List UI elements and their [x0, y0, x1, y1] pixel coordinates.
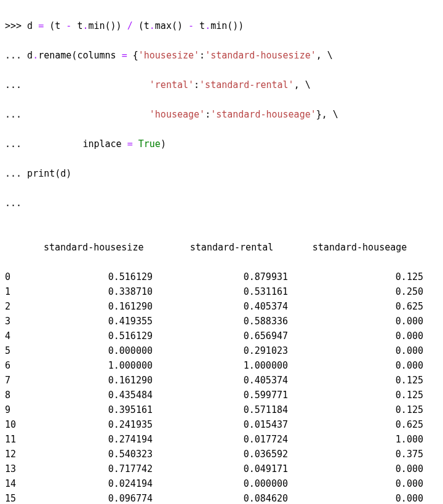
cell-houseage: 0.250 [300, 284, 423, 299]
cell-rental: 0.588336 [165, 314, 288, 329]
op-minus: - [188, 20, 194, 31]
cell-housesize: 0.435484 [30, 388, 153, 402]
table-body: 01234567891011121314151617181920 0.51612… [5, 270, 438, 504]
row-index: 5 [5, 343, 30, 358]
data-column-houseage: 0.1250.2500.6250.0000.0000.0000.0000.125… [300, 270, 423, 504]
data-column-rental: 0.8799310.5311610.4053740.5883360.656947… [165, 270, 288, 504]
cell-houseage: 0.625 [300, 417, 423, 432]
string-literal: 'houseage' [150, 109, 205, 120]
code-text: rename(columns [38, 50, 121, 61]
cell-rental: 0.599771 [165, 388, 288, 402]
cell-housesize: 0.161290 [30, 299, 153, 314]
cell-rental: 0.015437 [165, 417, 288, 432]
cell-housesize: 1.000000 [30, 358, 153, 373]
op-dot: . [33, 50, 38, 61]
code-text: d [22, 50, 33, 61]
code-line-6: ... print(d) [5, 166, 438, 181]
row-index: 13 [5, 462, 30, 476]
cell-rental: 0.000000 [165, 476, 288, 491]
code-pad [22, 109, 150, 120]
table-header-row: standard-housesizestandard-rentalstandar… [5, 240, 438, 255]
op-div: / [127, 20, 133, 31]
code-pad [22, 79, 150, 90]
column-header: standard-rental [175, 240, 298, 255]
row-index: 2 [5, 299, 30, 314]
cell-houseage: 0.125 [300, 373, 423, 388]
cell-housesize: 0.516129 [30, 329, 153, 343]
code-line-2: ... d.rename(columns = {'housesize':'sta… [5, 48, 438, 63]
row-index: 0 [5, 270, 30, 284]
cell-houseage: 0.125 [300, 270, 423, 284]
cell-houseage: 0.625 [300, 299, 423, 314]
row-index: 6 [5, 358, 30, 373]
cell-rental: 0.017724 [165, 432, 288, 447]
keyword-true: True [138, 138, 161, 150]
code-line-3: ... 'rental':'standard-rental', \ [5, 78, 438, 92]
row-index: 15 [5, 491, 30, 504]
code-line-1: >>> d = (t - t.min()) / (t.max() - t.min… [5, 18, 438, 33]
column-gap [288, 270, 300, 504]
cell-rental: 1.000000 [165, 358, 288, 373]
cell-housesize: 0.395161 [30, 402, 153, 417]
cell-housesize: 0.096774 [30, 491, 153, 504]
code-text: (t [44, 20, 66, 31]
column-header: standard-houseage [298, 240, 438, 255]
repl-view: >>> d = (t - t.min()) / (t.max() - t.min… [0, 0, 443, 504]
code-text: }, \ [316, 109, 338, 120]
code-text: d [22, 20, 38, 31]
string-literal: 'standard-houseage' [210, 109, 316, 120]
cell-rental: 0.036592 [165, 447, 288, 462]
row-index: 10 [5, 417, 30, 432]
string-literal: 'housesize' [138, 50, 199, 61]
cell-rental: 0.531161 [165, 284, 288, 299]
cell-housesize: 0.000000 [30, 343, 153, 358]
cell-houseage: 0.125 [300, 388, 423, 402]
code-text: t [71, 20, 82, 31]
row-index: 9 [5, 402, 30, 417]
row-index: 11 [5, 432, 30, 447]
cell-rental: 0.405374 [165, 299, 288, 314]
code-text: min()) [210, 20, 244, 31]
code-space [133, 138, 138, 150]
cell-rental: 0.879931 [165, 270, 288, 284]
cell-houseage: 0.000 [300, 462, 423, 476]
data-column-housesize: 0.5161290.3387100.1612900.4193550.516129… [30, 270, 153, 504]
cell-housesize: 0.338710 [30, 284, 153, 299]
code-line-7: ... [5, 196, 438, 210]
op-dot: . [205, 20, 210, 31]
prompt-continuation: ... [5, 168, 22, 179]
cell-housesize: 0.717742 [30, 462, 153, 476]
column-gap [153, 270, 165, 504]
cell-housesize: 0.161290 [30, 373, 153, 388]
code-pad: inplace [22, 138, 127, 150]
prompt-continuation: ... [5, 79, 22, 90]
cell-housesize: 0.241935 [30, 417, 153, 432]
op-eq: = [38, 20, 44, 31]
cell-houseage: 0.375 [300, 447, 423, 462]
prompt-primary: >>> [5, 20, 22, 31]
code-text: , \ [294, 79, 311, 90]
op-eq: = [127, 138, 133, 150]
op-dot: . [150, 20, 155, 31]
cell-houseage: 0.000 [300, 491, 423, 504]
code-text: { [127, 50, 138, 61]
prompt-continuation: ... [5, 138, 22, 150]
string-literal: 'standard-housesize' [205, 50, 316, 61]
column-header: standard-housesize [29, 240, 175, 255]
header-index-spacer [5, 240, 29, 255]
cell-houseage: 0.125 [300, 402, 423, 417]
cell-rental: 0.291023 [165, 343, 288, 358]
prompt-continuation: ... [5, 50, 22, 61]
code-text: ) [161, 138, 166, 150]
code-text: , \ [316, 50, 333, 61]
code-text: t [194, 20, 205, 31]
row-index: 14 [5, 476, 30, 491]
row-index: 12 [5, 447, 30, 462]
cell-housesize: 0.516129 [30, 270, 153, 284]
cell-houseage: 0.000 [300, 314, 423, 329]
cell-houseage: 1.000 [300, 432, 423, 447]
index-column: 01234567891011121314151617181920 [5, 270, 30, 504]
code-line-5: ... inplace = True) [5, 137, 438, 151]
prompt-continuation: ... [5, 109, 22, 120]
code-text: max() [155, 20, 188, 31]
